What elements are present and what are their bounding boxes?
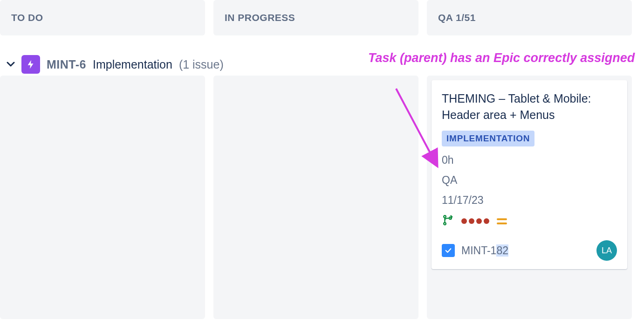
svg-point-1 xyxy=(444,223,446,225)
svg-point-0 xyxy=(444,216,446,218)
card-title: THEMING – Tablet & Mobile: Header area +… xyxy=(442,90,617,123)
issue-key[interactable]: MINT-182 xyxy=(461,244,508,257)
column-body-todo[interactable] xyxy=(0,76,205,319)
annotation-text: Task (parent) has an Epic correctly assi… xyxy=(368,49,635,66)
card-date: 11/17/23 xyxy=(442,194,617,207)
card-time: 0h xyxy=(442,154,617,167)
column-body-inprogress[interactable] xyxy=(213,76,418,319)
column-header-qa[interactable]: QA 1/51 xyxy=(427,0,632,35)
epic-key[interactable]: MINT-6 xyxy=(47,58,86,71)
epic-issue-count: (1 issue) xyxy=(179,58,224,71)
column-header-inprogress[interactable]: IN PROGRESS xyxy=(213,0,418,35)
epic-icon xyxy=(21,55,40,74)
epic-title: Implementation xyxy=(93,58,172,71)
priority-medium-icon xyxy=(497,218,507,224)
column-header-todo[interactable]: TO DO xyxy=(0,0,205,35)
branch-icon xyxy=(442,214,454,228)
assignee-avatar[interactable]: LA xyxy=(596,240,617,261)
epic-badge[interactable]: IMPLEMENTATION xyxy=(442,131,534,146)
card-status: QA xyxy=(442,174,617,187)
task-type-icon xyxy=(442,244,455,257)
commit-dots-icon xyxy=(461,218,489,224)
issue-card[interactable]: THEMING – Tablet & Mobile: Header area +… xyxy=(432,80,627,269)
chevron-down-icon[interactable] xyxy=(7,61,15,68)
column-body-qa[interactable]: THEMING – Tablet & Mobile: Header area +… xyxy=(427,76,632,319)
